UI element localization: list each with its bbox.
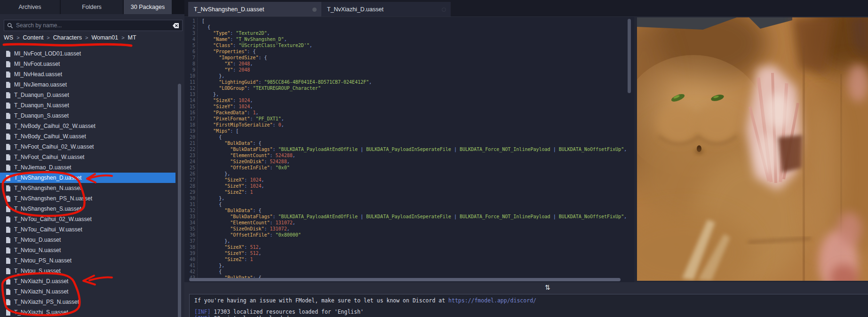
list-item[interactable]: T_NvJiemao_D.uasset	[0, 162, 175, 173]
code-line: 23 "ElementCount": 524288,	[184, 152, 634, 158]
document-icon	[6, 61, 11, 67]
list-item[interactable]: T_NvShangshen_N.uasset	[0, 183, 175, 193]
line-number: 38	[184, 244, 198, 250]
code-line: 13 },	[184, 91, 634, 97]
list-item[interactable]: MI_NvJiemao.uasset	[0, 79, 175, 90]
file-name: T_Duanqun_D.uasset	[14, 92, 69, 98]
list-item[interactable]: T_NvShangshen_S.uasset	[0, 204, 175, 214]
list-item[interactable]: T_Nvtou_PS_N.uasset	[0, 255, 175, 266]
line-number: 20	[184, 134, 198, 140]
document-icon	[6, 165, 11, 171]
json-code-viewer[interactable]: 1[2 {3 "Type": "Texture2D",4 "Name": "T_…	[184, 17, 634, 282]
document-tabbar: T_NvShangshen_D.uasset T_NvXiazhi_D.uass…	[184, 0, 868, 17]
document-icon	[6, 278, 11, 285]
code-line: 22 "BulkDataFlags": "BULKDATA_PayloadAtE…	[184, 146, 634, 152]
list-item[interactable]: T_Nvtou_N.uasset	[0, 245, 175, 255]
file-name: T_Nvtou_N.uasset	[14, 247, 61, 254]
document-icon	[6, 268, 11, 274]
list-item[interactable]: T_Nvtou_S.uasset	[0, 266, 175, 276]
line-number: 19	[184, 128, 198, 134]
document-icon	[6, 289, 11, 295]
list-item[interactable]: T_NvXiazhi_S.uasset	[0, 307, 175, 317]
tab-state-icon[interactable]	[312, 8, 317, 12]
code-line: 18 "FirstMipToSerialize": 0,	[184, 122, 634, 128]
breadcrumb-item[interactable]: WS	[4, 34, 13, 41]
code-line: 9 "Y": 2048	[184, 67, 634, 73]
code-line: 4 "Name": "T_NvShangshen_D",	[184, 36, 634, 42]
file-name: T_NvFoot_Caihui_02_W.uasset	[14, 143, 94, 150]
breadcrumb-separator: >	[16, 35, 19, 40]
document-icon	[6, 92, 11, 98]
line-number: 11	[184, 79, 198, 85]
line-number: 35	[184, 226, 198, 232]
line-number: 22	[184, 146, 198, 152]
list-item[interactable]: T_Duanqun_N.uasset	[0, 100, 175, 111]
list-item[interactable]: MI_NvFoot.uasset	[0, 59, 175, 69]
code-line: 38 "SizeX": 512,	[184, 244, 634, 250]
line-number: 7	[184, 55, 198, 61]
list-item[interactable]: T_NvXiazhi_PS_N.uasset	[0, 297, 175, 307]
line-number: 17	[184, 116, 198, 122]
log-entries: [INF] 17303 localized resources loaded f…	[194, 309, 868, 317]
list-item[interactable]: T_NvBody_Caihui_W.uasset	[0, 131, 175, 142]
document-icon	[6, 71, 11, 78]
doc-tab-shangshen[interactable]: T_NvShangshen_D.uasset	[188, 2, 321, 16]
tab-folders[interactable]: Folders	[61, 0, 123, 14]
list-item[interactable]: T_NvTou_Caihui_02_W.uasset	[0, 214, 175, 224]
code-line: 2 {	[184, 24, 634, 30]
document-icon	[6, 309, 11, 316]
breadcrumb-item[interactable]: MT	[128, 34, 136, 41]
code-line: 30 },	[184, 195, 634, 201]
doc-tab-xiazhi[interactable]: T_NvXiazhi_D.uasset	[321, 2, 451, 16]
file-name: T_Nvtou_PS_N.uasset	[14, 257, 72, 264]
tab-archives[interactable]: Archives	[0, 0, 60, 14]
line-number: 14	[184, 97, 198, 103]
line-number: 24	[184, 158, 198, 165]
tab-packages[interactable]: 30 Packages	[124, 0, 172, 14]
list-item[interactable]: T_NvXiazhi_D.uasset	[0, 276, 175, 286]
list-item[interactable]: T_NvShangshen_PS_N.uasset	[0, 193, 175, 204]
code-line: 35 "SizeOnDisk": 131072,	[184, 226, 634, 232]
list-item[interactable]: T_NvBody_Caihui_02_W.uasset	[0, 121, 175, 131]
code-line: 10 },	[184, 73, 634, 79]
list-item[interactable]: MI_NvHead.uasset	[0, 69, 175, 79]
file-list-scrollbar[interactable]	[178, 84, 181, 317]
code-vertical-scrollbar[interactable]	[628, 19, 631, 93]
line-number: 18	[184, 122, 198, 128]
clear-backspace-icon[interactable]	[170, 23, 179, 29]
code-horizontal-scrollbar[interactable]	[189, 278, 621, 281]
code-line: 24 "SizeOnDisk": 524288,	[184, 158, 634, 165]
document-icon	[6, 185, 11, 191]
search-icon	[7, 23, 13, 29]
breadcrumb-item[interactable]: Characters	[53, 34, 82, 41]
list-item[interactable]: T_NvShangshen_D.uasset	[0, 173, 175, 183]
list-item[interactable]: T_NvFoot_Caihui_02_W.uasset	[0, 142, 175, 152]
line-number: 25	[184, 165, 198, 171]
discord-link[interactable]: https://fmodel.app/discord/	[448, 297, 536, 304]
log-output[interactable]: If you're having an issue with FModel, m…	[189, 294, 868, 317]
list-item[interactable]: T_Duanqun_S.uasset	[0, 111, 175, 121]
log-intro: If you're having an issue with FModel, m…	[194, 297, 868, 304]
search-input[interactable]: Search by name...	[4, 20, 183, 31]
code-line: 11 "LightingGuid": "985CC846-4BF041E4-8D…	[184, 79, 634, 85]
line-number: 16	[184, 110, 198, 116]
breadcrumb-item[interactable]: Content	[23, 34, 44, 41]
up-down-arrows-icon[interactable]: ⇅	[543, 284, 552, 293]
document-icon	[6, 134, 11, 140]
code-line: 36 "OffsetInFile": "0x80000"	[184, 232, 634, 238]
list-item[interactable]: MI_NvFoot_LOD01.uasset	[0, 48, 175, 59]
list-item[interactable]: T_NvTou_Caihui_W.uasset	[0, 224, 175, 235]
list-item[interactable]: T_Nvtou_D.uasset	[0, 235, 175, 245]
list-item[interactable]: T_NvXiazhi_N.uasset	[0, 286, 175, 297]
document-icon	[6, 103, 11, 109]
line-number: 6	[184, 48, 198, 55]
list-item[interactable]: T_Duanqun_D.uasset	[0, 90, 175, 100]
code-line: 8 "X": 2048,	[184, 61, 634, 67]
status-strip: ⇅ If you're having an issue with FModel,…	[184, 282, 868, 317]
breadcrumb-item[interactable]: Woman01	[91, 34, 118, 41]
list-item[interactable]: T_NvFoot_Caihui_W.uasset	[0, 152, 175, 162]
document-icon	[6, 123, 11, 129]
file-name: T_NvJiemao_D.uasset	[14, 164, 71, 171]
doc-tab-label: T_NvShangshen_D.uasset	[194, 6, 264, 13]
line-number: 29	[184, 189, 198, 195]
